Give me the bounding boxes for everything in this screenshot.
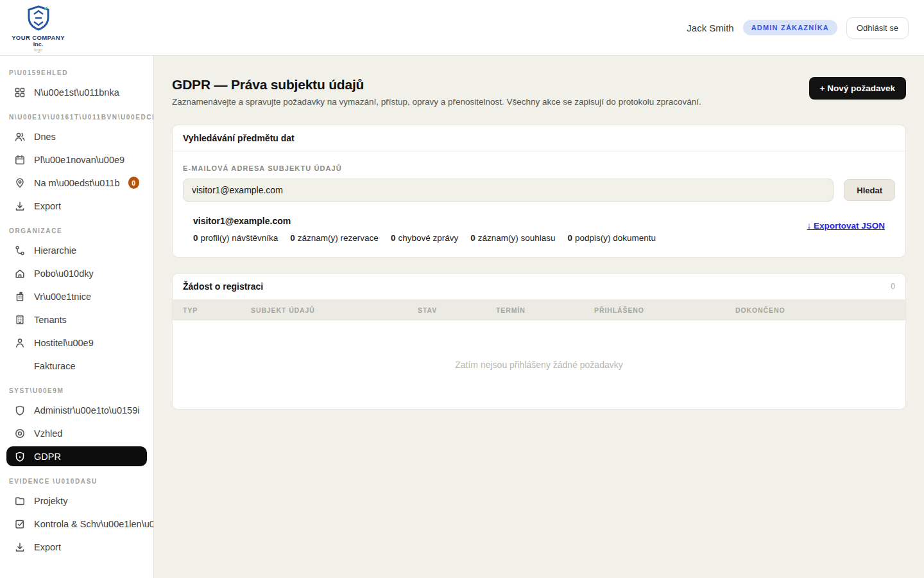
sidebar-item-hierarchie[interactable]: Hierarchie: [6, 240, 147, 260]
stat-visitor-profiles: 0profil(y) návštěvníka: [193, 233, 278, 243]
result-stats: 0profil(y) návštěvníka 0záznam(y) rezerv…: [193, 233, 656, 243]
sidebar-item-label: Vzhled: [34, 428, 62, 439]
sidebar-item-vratnice[interactable]: Vr\u00e1tnice: [6, 286, 147, 306]
sidebar-item-gdpr[interactable]: GDPR: [6, 446, 147, 466]
user-name: Jack Smith: [687, 22, 733, 33]
column-typ: TYP: [183, 306, 251, 314]
sidebar-item-label: Dnes: [34, 132, 56, 142]
sidebar-item-administratori[interactable]: Administr\u00e1to\u0159i: [6, 400, 147, 420]
sidebar-item-na-miste[interactable]: Na m\u00edst\u011b 0: [6, 173, 147, 193]
page-title: GDPR — Práva subjektu údajů: [172, 77, 701, 92]
sidebar-section-navstevnici: N\U00E1V\U0161T\U011BVN\U00EDCI: [0, 105, 153, 123]
sidebar-section-organizace: ORGANIZACE: [0, 219, 153, 237]
company-logo: YOUR COMPANY Inc. logo: [14, 4, 62, 52]
requests-card-title: Žádost o registraci: [183, 281, 263, 292]
download-icon: [14, 200, 26, 212]
sidebar-item-label: Hostitel\u00e9: [34, 338, 94, 348]
sidebar-item-label: Tenants: [34, 315, 67, 325]
new-request-button[interactable]: + Nový požadavek: [809, 77, 906, 100]
sidebar-section-evidence-casu: EVIDENCE \U010DASU: [0, 469, 153, 487]
role-badge: ADMIN ZÁKAZNÍKA: [743, 20, 837, 35]
sidebar-section-system: SYST\U00E9M: [0, 379, 153, 397]
requests-table-header: TYP SUBJEKT ÚDAJŮ STAV TERMÍN PŘIHLÁŠENO…: [173, 300, 905, 320]
hierarchy-icon: [14, 245, 26, 256]
sidebar-item-label: Pobo\u010dky: [34, 268, 94, 279]
sidebar-item-export-visitors[interactable]: Export: [6, 196, 147, 216]
requests-count: 0: [891, 282, 895, 291]
download-icon: [14, 541, 26, 553]
company-logo-caption: logo: [34, 48, 42, 52]
result-email: visitor1@example.com: [193, 216, 656, 226]
sidebar-item-label: Fakturace: [34, 361, 75, 371]
target-icon: [14, 428, 26, 439]
company-logo-icon: [25, 4, 52, 34]
sidebar-item-label: N\u00e1st\u011bnka: [34, 87, 119, 98]
users-icon: [14, 131, 26, 143]
sidebar-item-label: Na m\u00edst\u011b: [34, 178, 120, 188]
column-stav: STAV: [418, 306, 496, 314]
company-name: YOUR COMPANY: [12, 34, 65, 41]
sidebar-item-label: Kontrola & Schv\u00e1len\u00ed: [34, 519, 154, 529]
stat-consents: 0záznam(y) souhlasu: [470, 233, 555, 243]
requests-empty-message: Zatím nejsou přihlášeny žádné požadavky: [173, 320, 905, 409]
sidebar-item-label: Export: [34, 542, 61, 552]
sidebar-item-label: Projekty: [34, 496, 67, 506]
column-prihlaseno: PŘIHLÁŠENO: [594, 306, 735, 314]
building-icon: [14, 291, 26, 302]
column-dokonceno: DOKONČENO: [735, 306, 895, 314]
calendar-icon: [14, 154, 26, 166]
sidebar-item-projekty[interactable]: Projekty: [6, 491, 147, 511]
sidebar: P\U0159EHLED N\u00e1st\u011bnka N\U00E1V…: [0, 56, 154, 578]
page-subtitle: Zaznamenávejte a spravujte požadavky na …: [172, 97, 701, 107]
office-icon: [14, 314, 26, 326]
stat-document-signatures: 0podpis(y) dokumentu: [568, 233, 656, 243]
stat-reservations: 0záznam(y) rezervace: [290, 233, 379, 243]
logout-button[interactable]: Odhlásit se: [846, 17, 909, 39]
sidebar-item-label: Hierarchie: [34, 245, 76, 256]
count-badge: 0: [128, 177, 139, 189]
sidebar-item-tenants[interactable]: Tenants: [6, 310, 147, 329]
sidebar-item-pobocky[interactable]: Pobo\u010dky: [6, 263, 147, 283]
data-subject-search-card: Vyhledávání předmětu dat E-MAILOVÁ ADRES…: [172, 125, 906, 258]
sidebar-item-vzhled[interactable]: Vzhled: [6, 423, 147, 443]
sidebar-item-label: Administr\u00e1to\u0159i: [34, 405, 139, 416]
stat-error-messages: 0chybové zprávy: [391, 233, 458, 243]
grid-icon: [14, 87, 26, 98]
shield-check-icon: [14, 451, 26, 462]
home-icon: [14, 268, 26, 279]
sidebar-item-label: GDPR: [34, 451, 61, 462]
shield-icon: [14, 405, 26, 416]
sidebar-item-kontrola-schvaleni[interactable]: Kontrola & Schv\u00e1len\u00ed: [6, 514, 147, 534]
export-json-link[interactable]: ↓ Exportovat JSON: [807, 221, 885, 231]
subject-email-input[interactable]: [183, 179, 834, 202]
sidebar-item-label: Export: [34, 201, 61, 211]
sidebar-item-label: Pl\u00e1novan\u00e9: [34, 155, 124, 165]
email-field-label: E-MAILOVÁ ADRESA SUBJEKTU ÚDAJŮ: [183, 164, 895, 172]
sidebar-item-hostitele[interactable]: Hostitel\u00e9: [6, 333, 147, 353]
sidebar-item-label: Vr\u00e1tnice: [34, 292, 91, 302]
search-card-title: Vyhledávání předmětu dat: [183, 133, 295, 143]
registration-requests-card: Žádost o registraci 0 TYP SUBJEKT ÚDAJŮ …: [172, 273, 906, 410]
column-termin: TERMÍN: [496, 306, 594, 314]
sidebar-item-dnes[interactable]: Dnes: [6, 127, 147, 146]
blank-icon: [14, 360, 26, 372]
folder-icon: [14, 495, 26, 507]
map-pin-icon: [14, 177, 26, 189]
sidebar-item-export-time[interactable]: Export: [6, 537, 147, 557]
top-header: YOUR COMPANY Inc. logo Jack Smith ADMIN …: [0, 0, 924, 56]
sidebar-item-planovane[interactable]: Pl\u00e1novan\u00e9: [6, 150, 147, 170]
company-inc: Inc.: [33, 41, 44, 48]
person-icon: [14, 337, 26, 349]
sidebar-item-nastenka[interactable]: N\u00e1st\u011bnka: [6, 82, 147, 102]
sidebar-section-prehled: P\U0159EHLED: [0, 61, 153, 79]
column-subjekt-udaju: SUBJEKT ÚDAJŮ: [251, 306, 418, 314]
main-content: GDPR — Práva subjektu údajů Zaznamenávej…: [154, 56, 924, 578]
search-button[interactable]: Hledat: [844, 179, 895, 201]
check-square-icon: [14, 518, 26, 530]
sidebar-item-fakturace[interactable]: Fakturace: [6, 356, 147, 376]
